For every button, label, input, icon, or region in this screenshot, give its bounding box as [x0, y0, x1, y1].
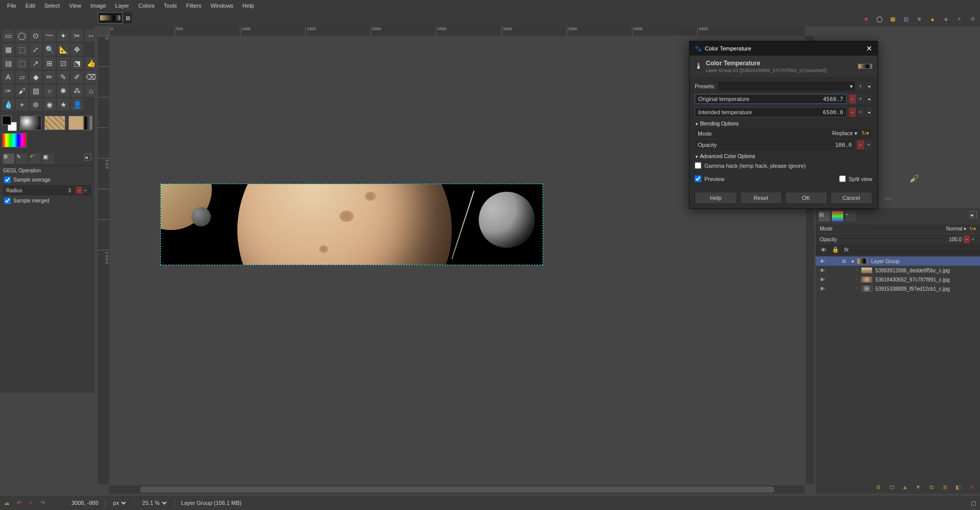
canvas-image[interactable]	[160, 184, 543, 265]
tool-39[interactable]: ★	[57, 98, 69, 111]
intended-temp-value[interactable]: 6500.0	[823, 109, 843, 116]
unit-dropdown[interactable]: px	[111, 499, 128, 506]
original-temp-value[interactable]: 4568.7	[823, 96, 843, 103]
tool-21[interactable]: A	[2, 71, 14, 83]
tool-26[interactable]: ✐	[71, 71, 83, 83]
image-preview[interactable]	[68, 116, 92, 130]
dialog-titlebar[interactable]: 🐾 Color Temperature ✕	[690, 41, 877, 56]
visibility-header-icon[interactable]: 👁	[820, 246, 827, 253]
opacity-minus[interactable]: −	[964, 236, 970, 243]
split-view-checkbox[interactable]	[839, 175, 846, 182]
tool-19[interactable]: ⬔	[71, 57, 83, 69]
undo-icon[interactable]: ↶	[17, 500, 21, 506]
preset-menu-icon[interactable]: ◂	[865, 82, 872, 91]
sample-average-checkbox[interactable]	[4, 176, 11, 183]
eye-icon[interactable]: 👁	[819, 285, 826, 292]
int-temp-reset-icon[interactable]: ◂	[865, 108, 872, 117]
orig-temp-reset-icon[interactable]: ◂	[865, 94, 872, 104]
mode-dropdown[interactable]: Replace ▾	[832, 130, 857, 137]
intended-temp-slider[interactable]: Intended temperature 6500.0	[695, 107, 847, 117]
radius-plus[interactable]: +	[82, 187, 88, 194]
tool-35[interactable]: 💧	[2, 98, 14, 111]
tool-30[interactable]: ▨	[30, 85, 42, 97]
layer-mode-row[interactable]: Mode Normal ▾ ↻▾	[816, 224, 980, 233]
presets-dropdown[interactable]: ▾	[718, 82, 855, 91]
ok-button[interactable]: OK	[785, 192, 827, 204]
sample-merged-checkbox[interactable]	[4, 197, 11, 204]
radius-value[interactable]: 3	[65, 187, 74, 194]
gradient-preview[interactable]	[2, 133, 27, 147]
layer-row-3[interactable]: 👁 └ 53915338809_f97ed12cb1_c.jpg	[816, 284, 980, 293]
eye-icon[interactable]: 👁	[819, 258, 826, 265]
layer-name[interactable]: 53915338809_f97ed12cb1_c.jpg	[875, 286, 950, 292]
horizontal-scrollbar[interactable]	[109, 486, 805, 494]
menu-view[interactable]: View	[65, 1, 85, 10]
tool-31[interactable]: ○	[43, 85, 56, 97]
menu-tools[interactable]: Tools	[160, 1, 181, 10]
brush-preview[interactable]	[20, 116, 41, 130]
layer-group-row[interactable]: 👁 fx ▾ Layer Group	[816, 257, 980, 266]
expand-icon[interactable]: ▾	[851, 259, 854, 264]
fg-bg-swatch[interactable]	[2, 116, 17, 131]
orig-temp-minus[interactable]: −	[849, 94, 856, 104]
layer-name[interactable]: 53993912086_dedde6f5bc_c.jpg	[875, 268, 950, 273]
warning-icon[interactable]: ▲	[927, 14, 938, 24]
menu-select[interactable]: Select	[40, 1, 64, 10]
device-tab[interactable]: ✎	[16, 154, 28, 164]
layer-mode-value[interactable]: Normal	[946, 226, 962, 232]
rp-menu-icon[interactable]: ◂	[970, 211, 977, 218]
tool-5[interactable]: ✂	[71, 30, 83, 42]
eye-icon[interactable]: 👁	[819, 276, 826, 283]
tool-32[interactable]: ✺	[57, 85, 69, 97]
raise-layer-icon[interactable]: ▲	[900, 482, 910, 492]
circle-icon[interactable]: ◯	[874, 14, 885, 24]
help-button[interactable]: Help	[695, 192, 737, 204]
cancel-button[interactable]: Cancel	[830, 192, 873, 204]
pattern-preview[interactable]	[44, 116, 65, 130]
tool-20[interactable]: 👍	[85, 57, 97, 69]
tool-29[interactable]: 🖌	[16, 85, 28, 97]
menu-layer[interactable]: Layer	[111, 1, 134, 10]
wilber-icon[interactable]: ⛰	[4, 500, 10, 506]
advanced-options-header[interactable]: Advanced Color Options	[695, 151, 872, 161]
layer-opacity-value[interactable]: 100.0	[949, 237, 962, 242]
opacity-plus[interactable]: +	[970, 236, 976, 243]
tool-25[interactable]: ✎	[57, 71, 69, 83]
tool-27[interactable]: ⌫	[85, 71, 97, 83]
fx-icon[interactable]: fx	[844, 246, 849, 253]
menu-edit[interactable]: Edit	[21, 1, 39, 10]
image-tab[interactable]	[98, 12, 122, 23]
dlg-opacity-slider[interactable]: Opacity 100.0	[695, 140, 855, 150]
tool-10[interactable]: 🔍	[43, 43, 56, 56]
tool-24[interactable]: ✏	[43, 71, 56, 83]
tool-8[interactable]: ⬚	[16, 43, 28, 56]
gamma-hack-row[interactable]: Gamma hack (temp hack, please ignore)	[695, 161, 872, 170]
images-tab[interactable]: ▣	[43, 154, 54, 164]
menu-help[interactable]: Help	[238, 1, 258, 10]
duplicate-layer-icon[interactable]: ⧉	[927, 482, 936, 492]
preview-checkbox[interactable]	[695, 175, 701, 182]
tool-33[interactable]: ⁂	[71, 85, 83, 97]
sample-merged-row[interactable]: Sample merged	[0, 196, 94, 205]
tool-2[interactable]: ⊙	[30, 30, 42, 42]
merge-icon[interactable]: ≣	[940, 482, 949, 492]
new-layer-icon[interactable]: 🗎	[874, 482, 883, 492]
layers-tab[interactable]: ▤	[819, 211, 830, 221]
status-box-icon[interactable]: ▢	[971, 500, 976, 506]
list-icon[interactable]: ≡	[914, 14, 924, 24]
layer-opacity-row[interactable]: Opacity 100.0 −+	[816, 234, 980, 244]
orig-temp-plus[interactable]: +	[857, 94, 864, 104]
tool-18[interactable]: ⊡	[57, 57, 69, 69]
tool-15[interactable]: ⬚	[16, 57, 28, 69]
int-temp-plus[interactable]: +	[857, 108, 864, 117]
tool-14[interactable]: ▤	[2, 57, 14, 69]
move-dim-icon[interactable]: ✥	[967, 14, 977, 24]
layer-row-2[interactable]: 👁 └ 53618430652_97c787f991_c.jpg	[816, 275, 980, 284]
columns-icon[interactable]: ▥	[901, 14, 911, 24]
tool-11[interactable]: 📐	[57, 43, 69, 56]
rgb-icon[interactable]: ▦	[888, 14, 898, 24]
tool-4[interactable]: ✦	[57, 30, 69, 42]
channels-tab[interactable]	[832, 211, 843, 221]
tool-36[interactable]: ⌖	[16, 98, 28, 111]
menu-windows[interactable]: Windows	[206, 1, 237, 10]
